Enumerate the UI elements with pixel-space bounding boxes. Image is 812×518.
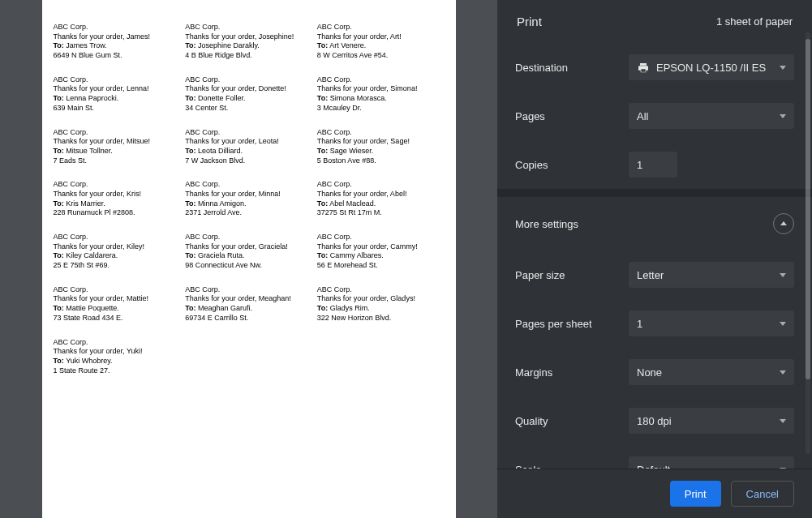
print-preview-pane: ABC Corp.Thanks for your order, James!To…: [0, 0, 497, 518]
destination-row: Destination EPSON LQ-1150 /II ES: [497, 43, 812, 92]
scale-row: Scale Default: [497, 445, 812, 469]
address-label: ABC Corp.Thanks for your order, Mitsue!T…: [54, 128, 181, 166]
chevron-down-icon: [780, 114, 786, 118]
pps-label: Pages per sheet: [515, 318, 629, 330]
address-label: ABC Corp.Thanks for your order, Sage!To:…: [317, 128, 445, 166]
scrollbar[interactable]: [806, 32, 810, 454]
paper-size-value: Letter: [637, 269, 664, 281]
margins-row: Margins None: [497, 348, 812, 396]
chevron-down-icon: [780, 66, 786, 70]
margins-select[interactable]: None: [629, 359, 794, 385]
quality-select[interactable]: 180 dpi: [629, 408, 794, 434]
pages-select[interactable]: All: [629, 103, 794, 129]
print-settings-panel: Print 1 sheet of paper Destination EPSON…: [497, 0, 812, 518]
copies-input[interactable]: 1: [629, 152, 677, 178]
copies-label: Copies: [515, 159, 629, 171]
pps-row: Pages per sheet 1: [497, 299, 812, 348]
address-label: ABC Corp.Thanks for your order, Meaghan!…: [185, 285, 312, 323]
address-label: ABC Corp.Thanks for your order, Minna!To…: [185, 180, 312, 218]
chevron-down-icon: [780, 370, 786, 375]
margins-value: None: [637, 366, 662, 379]
cancel-button[interactable]: Cancel: [731, 481, 794, 507]
collapse-button[interactable]: [773, 213, 794, 234]
sheet-count: 1 sheet of paper: [716, 15, 793, 28]
address-label: ABC Corp.Thanks for your order, Leota!To…: [185, 128, 312, 166]
address-label: ABC Corp.Thanks for your order, Simona!T…: [317, 75, 445, 113]
print-button[interactable]: Print: [670, 481, 721, 507]
pages-value: All: [637, 110, 648, 122]
destination-value: EPSON LQ-1150 /II ES: [656, 62, 766, 74]
address-label: ABC Corp.Thanks for your order, Donette!…: [185, 75, 312, 113]
destination-select[interactable]: EPSON LQ-1150 /II ES: [629, 54, 794, 80]
print-title: Print: [517, 15, 542, 28]
paper-size-row: Paper size Letter: [497, 250, 812, 299]
printer-icon: [637, 62, 650, 73]
pps-value: 1: [637, 318, 642, 330]
pages-row: Pages All: [497, 92, 812, 140]
margins-label: Margins: [515, 366, 629, 379]
pps-select[interactable]: 1: [629, 310, 794, 336]
print-header: Print 1 sheet of paper: [497, 0, 812, 43]
address-label: ABC Corp.Thanks for your order, Mattie!T…: [54, 285, 181, 323]
more-settings-row[interactable]: More settings: [497, 197, 812, 250]
copies-value: 1: [637, 159, 642, 171]
pages-label: Pages: [515, 110, 629, 122]
address-label: ABC Corp.Thanks for your order, Cammy!To…: [317, 233, 445, 271]
address-label: ABC Corp.Thanks for your order, Gladys!T…: [317, 285, 445, 323]
address-label: ABC Corp.Thanks for your order, Kris!To:…: [54, 180, 181, 218]
copies-row: Copies 1: [497, 140, 812, 189]
paper-size-select[interactable]: Letter: [629, 262, 794, 288]
scale-select[interactable]: Default: [629, 456, 794, 469]
destination-label: Destination: [515, 62, 629, 74]
address-label: ABC Corp.Thanks for your order, Lenna!To…: [54, 75, 181, 113]
dialog-footer: Print Cancel: [497, 469, 812, 518]
chevron-down-icon: [780, 273, 786, 277]
preview-page: ABC Corp.Thanks for your order, James!To…: [42, 0, 456, 518]
paper-size-label: Paper size: [515, 269, 629, 281]
scrollbar-thumb[interactable]: [806, 39, 810, 379]
address-label: ABC Corp.Thanks for your order, Graciela…: [185, 233, 312, 271]
address-label: ABC Corp.Thanks for your order, James!To…: [54, 23, 181, 61]
chevron-down-icon: [780, 419, 786, 423]
address-label: ABC Corp.Thanks for your order, Kiley!To…: [54, 233, 181, 271]
section-divider: [497, 189, 812, 197]
quality-label: Quality: [515, 415, 629, 427]
quality-value: 180 dpi: [637, 415, 672, 427]
chevron-down-icon: [780, 322, 786, 326]
address-label: ABC Corp.Thanks for your order, Art!To: …: [317, 23, 445, 61]
quality-row: Quality 180 dpi: [497, 396, 812, 445]
address-label: ABC Corp.Thanks for your order, Yuki!To:…: [54, 338, 181, 376]
more-settings-label: More settings: [515, 218, 578, 230]
address-label: ABC Corp.Thanks for your order, Abel!To:…: [317, 180, 445, 218]
chevron-up-icon: [780, 221, 787, 225]
address-label: ABC Corp.Thanks for your order, Josephin…: [185, 23, 312, 61]
